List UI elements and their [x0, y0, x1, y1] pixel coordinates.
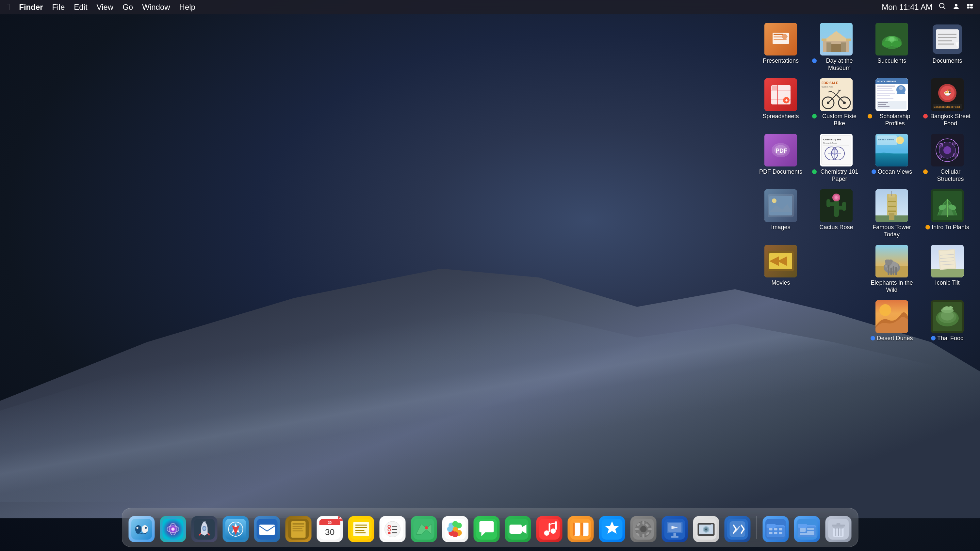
- dock-item-books[interactable]: [566, 515, 595, 543]
- finder-menu[interactable]: Finder: [19, 3, 43, 12]
- cellular-label: Cellular Structures: [929, 168, 972, 183]
- siri-icon: [160, 516, 186, 542]
- svg-rect-249: [674, 533, 676, 536]
- svg-rect-203: [392, 526, 397, 527]
- desktop-icon-tower[interactable]: Famous Tower Today: [865, 186, 918, 238]
- desktop-icon-desert[interactable]: Desert Dunes: [865, 297, 918, 349]
- dock-item-appstore[interactable]: [598, 515, 627, 543]
- control-center-icon[interactable]: [966, 3, 974, 12]
- svg-rect-271: [779, 532, 783, 534]
- desktop-icon-succulents[interactable]: Succulents: [865, 20, 918, 72]
- help-menu[interactable]: Help: [179, 3, 195, 12]
- tilt-label: Iconic Tilt: [935, 279, 959, 287]
- svg-text:Bangkok Street Food: Bangkok Street Food: [934, 105, 960, 108]
- svg-rect-71: [878, 102, 888, 103]
- svg-rect-277: [807, 528, 815, 530]
- dock-item-calendar[interactable]: 3030 30: [315, 515, 344, 543]
- window-menu[interactable]: Window: [142, 3, 170, 12]
- user-icon[interactable]: [953, 3, 960, 12]
- finder-icon: [129, 516, 155, 542]
- desktop-icon-day-museum[interactable]: Day at the Museum: [810, 20, 862, 72]
- dock-item-mail[interactable]: [253, 515, 282, 543]
- dock-item-xcode[interactable]: [723, 515, 752, 543]
- desktop-icon-chemistry[interactable]: Chemistry 101Research Paper Chemistry 10…: [810, 130, 862, 183]
- desktop-icon-documents[interactable]: Documents: [921, 20, 974, 72]
- desktop-icon-movies[interactable]: Movies: [755, 241, 807, 294]
- cellular-label-row: Cellular Structures: [923, 168, 972, 183]
- movies-label-row: Movies: [771, 279, 790, 287]
- desktop-icons-grid: Presentations Day at the Museum Succulen…: [755, 20, 974, 349]
- svg-point-101: [943, 146, 951, 154]
- messages-icon: [474, 516, 500, 542]
- svg-rect-41: [772, 86, 777, 90]
- svg-rect-199: [355, 532, 366, 534]
- desktop-icon-elephants[interactable]: Elephants in the Wild: [865, 241, 918, 294]
- svg-text:SCHOLARSHIP: SCHOLARSHIP: [877, 80, 896, 83]
- dock-item-maps[interactable]: [410, 515, 438, 543]
- day-museum-label-row: Day at the Museum: [812, 57, 861, 71]
- edit-menu[interactable]: Edit: [74, 3, 87, 12]
- svg-text:FOR SALE: FOR SALE: [822, 81, 838, 85]
- fixie-status-dot: [812, 114, 817, 119]
- svg-rect-16: [826, 43, 831, 52]
- desktop-icon-pdf[interactable]: PDF PDF Documents: [755, 130, 807, 183]
- dock-item-folder1[interactable]: [762, 515, 790, 543]
- svg-point-104: [953, 153, 958, 157]
- desktop-icon-spreadsheets[interactable]: Spreadsheets: [755, 75, 807, 127]
- dock-item-folder2[interactable]: [793, 515, 822, 543]
- svg-rect-250: [671, 536, 679, 538]
- dock-item-finder[interactable]: [127, 515, 156, 543]
- svg-text:Ocean Views: Ocean Views: [878, 138, 894, 141]
- dock-item-reminders[interactable]: [378, 515, 407, 543]
- plants-label: Intro To Plants: [932, 224, 969, 231]
- svg-text:PDF: PDF: [775, 148, 787, 154]
- desktop-icon-ocean[interactable]: Ocean Views Ocean Views: [865, 130, 918, 183]
- svg-line-1: [943, 7, 945, 9]
- images-label: Images: [771, 224, 790, 231]
- desktop-icon-cactus[interactable]: Cactus Rose: [810, 186, 862, 238]
- desktop-icon-scholarship[interactable]: SCHOLARSHIP Scholarship Profiles: [865, 75, 918, 127]
- svg-point-224: [544, 530, 549, 536]
- pdf-label-row: PDF Documents: [759, 168, 802, 176]
- dock-item-notefile[interactable]: [284, 515, 313, 543]
- dock-item-prefs[interactable]: [629, 515, 658, 543]
- dock-item-messages[interactable]: [473, 515, 501, 543]
- dock-item-siri[interactable]: [159, 515, 188, 543]
- desktop-icon-fixie[interactable]: FOR SALECustom Fixie Custom Fixie Bike: [810, 75, 862, 127]
- svg-rect-205: [392, 529, 397, 530]
- desktop-icon-images[interactable]: Images: [755, 186, 807, 238]
- spreadsheets-label-row: Spreadsheets: [762, 113, 799, 120]
- desktop-icon-bangkok[interactable]: 🍜Bangkok Street Food Bangkok Street Food: [921, 75, 974, 127]
- dock-item-safari[interactable]: [221, 515, 250, 543]
- dock-item-music[interactable]: [535, 515, 564, 543]
- dock-item-facetime[interactable]: [504, 515, 533, 543]
- reminders-icon: [380, 516, 406, 542]
- notefile-icon: [285, 516, 312, 542]
- svg-rect-238: [643, 521, 644, 524]
- svg-point-257: [705, 529, 707, 530]
- dock-item-notes[interactable]: [347, 515, 375, 543]
- go-menu[interactable]: Go: [123, 3, 133, 12]
- search-icon[interactable]: [939, 3, 946, 12]
- chemistry-label: Chemistry 101 Paper: [818, 168, 861, 183]
- tilt-label-row: Iconic Tilt: [935, 279, 959, 287]
- svg-rect-123: [888, 201, 896, 202]
- books-icon: [568, 516, 594, 542]
- notes-icon: [348, 516, 374, 542]
- desktop-icon-presentations[interactable]: Presentations: [755, 20, 807, 72]
- dock-item-keynote[interactable]: [660, 515, 689, 543]
- desktop-icon-thai[interactable]: Thai Food: [921, 297, 974, 349]
- desktop-icon-plants[interactable]: Intro To Plants: [921, 186, 974, 238]
- dock-item-launchpad[interactable]: [190, 515, 219, 543]
- apple-menu[interactable]: : [6, 2, 10, 13]
- desktop-icon-tilt[interactable]: Iconic Tilt: [921, 241, 974, 294]
- pdf-label: PDF Documents: [759, 168, 802, 176]
- svg-rect-198: [355, 530, 364, 531]
- svg-point-26: [892, 41, 902, 47]
- dock-item-icapture[interactable]: [692, 515, 721, 543]
- dock-item-photos[interactable]: [441, 515, 470, 543]
- desktop-icon-cellular[interactable]: Cellular Structures: [921, 130, 974, 183]
- view-menu[interactable]: View: [97, 3, 114, 12]
- dock-item-trash[interactable]: [824, 515, 853, 543]
- file-menu[interactable]: File: [52, 3, 65, 12]
